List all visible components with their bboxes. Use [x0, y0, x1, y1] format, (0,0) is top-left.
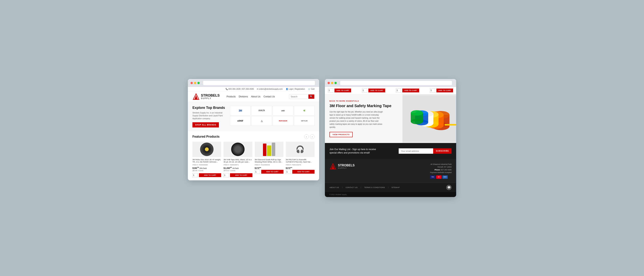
add-to-cart-btn-1[interactable]: ADD TO CART — [199, 173, 221, 177]
product-cart-row-2: ADD TO CART — [224, 173, 252, 177]
brand-3m[interactable]: 3M — [230, 106, 250, 116]
brand-vein[interactable]: vein — [273, 106, 293, 116]
footer-nav-terms[interactable]: TERMS & CONDITIONS — [364, 186, 385, 188]
right-cart-qty-1[interactable] — [328, 88, 333, 92]
email-input[interactable] — [399, 148, 433, 154]
phone-info: 📞 844-394-1828 | 607-260-0595 — [226, 88, 254, 90]
view-products-button[interactable]: VIEW PRODUCTS — [330, 132, 353, 137]
screens-container: 📞 844-394-1828 | 607-260-0595 ✉ orders@s… — [188, 79, 456, 197]
right-add-cart-btn-1[interactable]: ADD TO CART — [334, 88, 351, 92]
brand-4[interactable]: 🌿 — [294, 106, 314, 116]
product-price-4: $172ea — [286, 166, 314, 169]
product-qty-3[interactable] — [255, 170, 260, 174]
brands-section: Explore Top Brands Strobels Supply Inc. … — [188, 102, 319, 131]
disc-image — [200, 142, 214, 156]
product-qty-2[interactable] — [224, 173, 229, 177]
search-input[interactable] — [289, 95, 308, 98]
site-header: 📞 844-394-1828 | 607-260-0595 ✉ orders@s… — [188, 87, 319, 92]
brand-basf[interactable]: ■ BASF — [230, 116, 250, 126]
tape-description: Use the right tape for the job. Whether … — [330, 110, 383, 129]
nav-divisions[interactable]: Divisions — [239, 95, 248, 98]
product-item-1: ITEM #: 7000045088 — [192, 164, 221, 166]
footer-main: STROBELS SUPPLY 40 Shawmut Industrial Pa… — [325, 159, 456, 183]
login-link[interactable]: 👤 Login | Registration — [286, 88, 305, 90]
close-dot[interactable] — [190, 82, 193, 84]
left-browser-content: 📞 844-394-1828 | 607-260-0595 ✉ orders@s… — [188, 87, 319, 180]
logo-main-text: STROBELS — [201, 94, 220, 97]
right-close-dot[interactable] — [328, 82, 330, 84]
product-item-2: ITEM #: 7000028971 — [224, 164, 252, 166]
product-img-2 — [224, 142, 252, 157]
right-add-cart-btn-2[interactable]: ADD TO CART — [368, 88, 385, 92]
product-img-3 — [255, 142, 284, 157]
product-price-2: $1,26018 18-Pack — [224, 166, 252, 169]
featured-title: Featured Products — [192, 135, 220, 138]
right-add-cart-btn-3[interactable]: ADD TO CART — [402, 88, 419, 92]
nav-contact[interactable]: Contact Us — [264, 95, 275, 98]
nav-arrows: ‹ › — [304, 134, 314, 139]
footer-nav-sitemap[interactable]: SITEMAP — [392, 186, 400, 188]
product-price-1: $19278 200-Pack — [192, 166, 221, 169]
cart-group-4: ADD TO CART — [430, 88, 453, 92]
footer-address-line2: Hornell, NY 14843 — [430, 166, 452, 168]
shop-all-brands-button[interactable]: SHOP ALL BRANDS — [192, 122, 219, 128]
product-qty-1[interactable] — [192, 173, 198, 177]
right-cart-qty-4[interactable] — [430, 88, 435, 92]
prev-arrow[interactable]: ‹ — [304, 134, 309, 139]
fullscreen-dot[interactable] — [198, 82, 200, 84]
footer-nav-about[interactable]: ABOUT US — [330, 186, 339, 188]
search-button[interactable]: 🔍 — [308, 94, 314, 99]
site-logo[interactable]: STROBELS SUPPLY — [192, 93, 220, 100]
mailing-text: Join Our Mailing List - Sign up here to … — [330, 148, 383, 154]
tape-content: BACK TO WORK ESSENTIALS 3M Floor and Saf… — [325, 94, 402, 143]
cart-link[interactable]: 🛒 Cart — [308, 88, 314, 90]
product-card-3: 3M Diamond Grade Roll-up Sign Sheeting R… — [255, 142, 284, 177]
back-to-work-label: BACK TO WORK ESSENTIALS — [330, 100, 398, 102]
footer-nav-sep-3: | — [388, 186, 388, 188]
nav-about[interactable]: About Us — [251, 95, 260, 98]
svg-rect-21 — [445, 124, 456, 126]
footer-logo-main: STROBELS — [338, 164, 354, 167]
brand-rustoleum[interactable]: RUST-OLEUM — [273, 116, 293, 126]
chat-bubble-button[interactable]: 💬 — [446, 185, 452, 190]
minimize-dot[interactable] — [194, 82, 196, 84]
brands-left: Explore Top Brands Strobels Supply Inc. … — [192, 106, 227, 128]
product-price-detail-2: ($70.02 / Count) — [224, 170, 252, 172]
add-to-cart-btn-2[interactable]: ADD TO CART — [230, 173, 252, 177]
add-to-cart-btn-4[interactable]: ADD TO CART — [292, 170, 314, 174]
brand-logo-rustoleum: RUST-OLEUM — [279, 120, 287, 122]
brand-saftlok[interactable]: SAF-T-LOK — [294, 116, 314, 126]
brand-axalta[interactable]: AXALTA — [251, 106, 272, 116]
right-minimize-dot[interactable] — [331, 82, 333, 84]
mailing-section: Join Our Mailing List - Sign up here to … — [325, 143, 456, 159]
product-card-2: 3M VHB Tape 5952, Black, 1/2 in x 36 yd,… — [224, 142, 252, 177]
footer-nav-contact[interactable]: CONTACT US — [346, 186, 358, 188]
product-item-3: ITEM #: 7010390034 — [255, 164, 284, 166]
next-arrow[interactable]: › — [310, 134, 314, 139]
left-browser-chrome — [188, 79, 319, 87]
brand-logo-3m: 3M — [239, 109, 242, 112]
right-url-bar[interactable] — [340, 81, 452, 85]
brand-fila[interactable]: △ — [251, 116, 272, 126]
product-price-detail-1: ($0.96 / Count) — [192, 170, 221, 172]
right-add-cart-btn-4[interactable]: ADD TO CART — [436, 88, 453, 92]
right-cart-qty-2[interactable] — [362, 88, 367, 92]
url-bar[interactable] — [203, 81, 315, 85]
nav-products[interactable]: Products — [226, 95, 236, 98]
logo-sub-text: SUPPLY — [201, 97, 220, 100]
right-cart-qty-3[interactable] — [396, 88, 401, 92]
roll-image — [231, 142, 244, 156]
brand-logo-fila: △ — [261, 120, 262, 122]
subscribe-button[interactable]: SUBSCRIBE — [433, 148, 452, 154]
product-qty-4[interactable] — [286, 170, 291, 174]
footer-nav: ABOUT US | CONTACT US | TERMS & CONDITIO… — [325, 183, 456, 192]
email-info: ✉ orders@strobelssupply.com — [257, 88, 282, 90]
right-fullscreen-dot[interactable] — [334, 82, 337, 84]
disc-center — [205, 148, 209, 151]
add-to-cart-btn-3[interactable]: ADD TO CART — [261, 170, 284, 174]
tape-feature: BACK TO WORK ESSENTIALS 3M Floor and Saf… — [325, 94, 456, 143]
right-browser-dots — [328, 82, 337, 84]
product-item-4: ITEM #: 7000104075 — [286, 164, 314, 166]
visa-icon: VISA — [430, 176, 436, 179]
right-browser-chrome — [325, 79, 456, 87]
